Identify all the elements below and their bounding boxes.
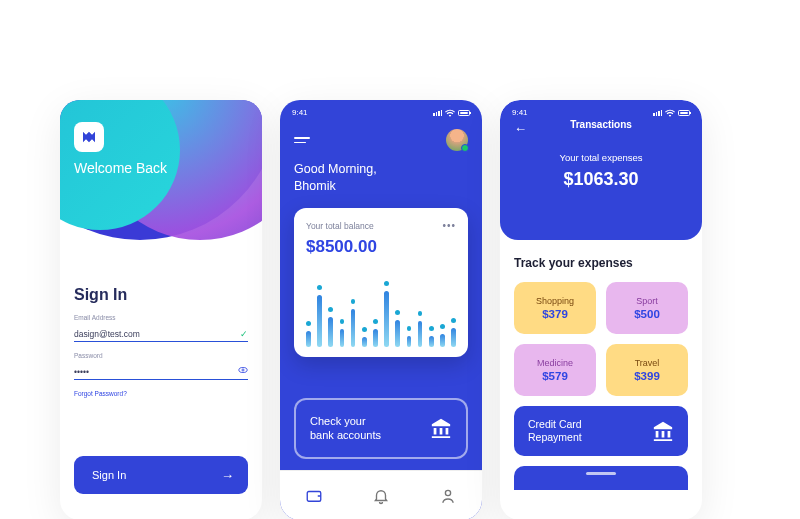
chart-bar xyxy=(328,317,333,347)
credit-line1: Credit Card xyxy=(528,418,582,431)
bottom-sheet-handle[interactable] xyxy=(514,466,688,490)
category-card-travel[interactable]: Travel $399 xyxy=(606,344,688,396)
page-title: Transactions xyxy=(500,119,702,130)
password-label: Password xyxy=(74,352,248,359)
status-time: 9:41 xyxy=(512,108,528,117)
status-time: 9:41 xyxy=(292,108,308,117)
greeting-line2: Bhomik xyxy=(294,178,468,195)
menu-icon[interactable] xyxy=(294,137,310,144)
signin-hero: Welcome Back xyxy=(60,100,262,260)
chart-bar xyxy=(306,331,311,347)
forgot-password-link[interactable]: Forgot Password? xyxy=(74,390,127,397)
welcome-text: Welcome Back xyxy=(74,160,167,176)
category-amount: $579 xyxy=(542,370,568,382)
transactions-header: 9:41 ← Transactions Your total expenses … xyxy=(500,100,702,240)
battery-icon xyxy=(458,110,470,116)
chart-bar xyxy=(340,329,345,347)
tab-profile[interactable] xyxy=(439,487,457,505)
chart-bar xyxy=(362,337,367,347)
wifi-icon xyxy=(445,109,455,117)
category-amount: $379 xyxy=(542,308,568,320)
category-label: Medicine xyxy=(537,358,573,368)
category-label: Shopping xyxy=(536,296,574,306)
balance-card: Your total balance ••• $8500.00 xyxy=(294,208,468,357)
greeting: Good Morning, Bhomik xyxy=(280,151,482,195)
transactions-screen: 9:41 ← Transactions Your total expenses … xyxy=(500,100,702,519)
category-card-medicine[interactable]: Medicine $579 xyxy=(514,344,596,396)
signin-button[interactable]: Sign In → xyxy=(74,456,248,494)
chart-bar xyxy=(395,320,400,347)
battery-icon xyxy=(678,110,690,116)
track-heading: Track your expenses xyxy=(514,256,688,270)
greeting-line1: Good Morning, xyxy=(294,161,468,178)
chart-bar xyxy=(418,321,423,347)
svg-point-3 xyxy=(446,490,451,495)
chart-bar xyxy=(351,309,356,347)
balance-chart xyxy=(306,267,456,347)
category-amount: $500 xyxy=(634,308,660,320)
signal-icon xyxy=(653,110,662,116)
chart-bar xyxy=(373,329,378,347)
signin-heading: Sign In xyxy=(74,286,248,304)
status-bar: 9:41 xyxy=(280,100,482,117)
category-amount: $399 xyxy=(634,370,660,382)
chart-bar xyxy=(384,291,389,347)
category-card-shopping[interactable]: Shopping $379 xyxy=(514,282,596,334)
tab-notifications[interactable] xyxy=(372,487,390,505)
check-icon: ✓ xyxy=(240,329,248,339)
chart-bar xyxy=(451,328,456,347)
bank-cta-line2: bank accounts xyxy=(310,428,381,442)
chart-bar xyxy=(440,334,445,347)
expenses-amount: $1063.30 xyxy=(500,169,702,190)
email-label: Email Address xyxy=(74,314,248,321)
email-field[interactable]: Email Address ✓ xyxy=(74,314,248,342)
wifi-icon xyxy=(665,109,675,117)
signin-screen: Welcome Back Sign In Email Address ✓ Pas… xyxy=(60,100,262,519)
arrow-right-icon: → xyxy=(221,468,234,483)
password-field[interactable]: Password xyxy=(74,352,248,380)
dashboard-screen: 9:41 Good Morning, Bhomik Your total bal… xyxy=(280,100,482,519)
avatar[interactable] xyxy=(446,129,468,151)
category-label: Travel xyxy=(635,358,660,368)
category-grid: Shopping $379 Sport $500 Medicine $579 T… xyxy=(514,282,688,396)
more-icon[interactable]: ••• xyxy=(442,220,456,231)
email-input[interactable] xyxy=(74,329,248,341)
chart-bar xyxy=(407,336,412,347)
bank-icon xyxy=(430,417,452,439)
expenses-label: Your total expenses xyxy=(500,152,702,163)
bank-cta-line1: Check your xyxy=(310,414,381,428)
balance-amount: $8500.00 xyxy=(306,237,456,257)
signin-button-label: Sign In xyxy=(92,469,126,481)
svg-point-1 xyxy=(242,369,244,371)
bank-accounts-card[interactable]: Check your bank accounts xyxy=(294,398,468,459)
category-label: Sport xyxy=(636,296,658,306)
tab-wallet[interactable] xyxy=(305,487,323,505)
svg-point-0 xyxy=(239,368,247,373)
tab-bar xyxy=(280,470,482,519)
status-bar: 9:41 xyxy=(500,100,702,117)
chart-bar xyxy=(317,295,322,347)
eye-icon[interactable] xyxy=(238,365,248,377)
category-card-sport[interactable]: Sport $500 xyxy=(606,282,688,334)
chart-bar xyxy=(429,336,434,347)
credit-card-repayment[interactable]: Credit Card Repayment xyxy=(514,406,688,456)
balance-label: Your total balance xyxy=(306,221,374,231)
app-logo xyxy=(74,122,104,152)
password-input[interactable] xyxy=(74,367,248,379)
credit-line2: Repayment xyxy=(528,431,582,444)
bank-icon xyxy=(652,420,674,442)
signal-icon xyxy=(433,110,442,116)
